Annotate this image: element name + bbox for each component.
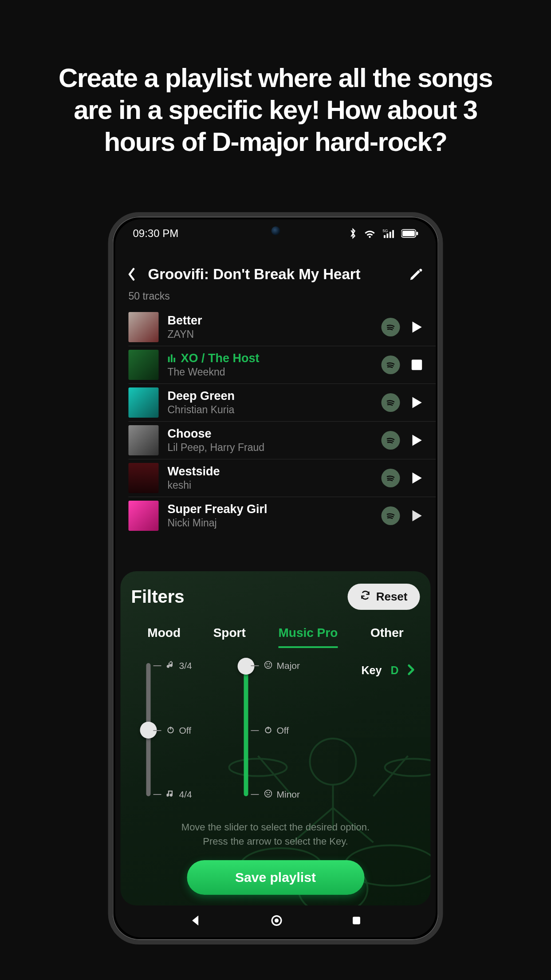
svg-point-21 (267, 664, 267, 664)
svg-rect-7 (417, 232, 418, 235)
smile-icon (264, 660, 272, 671)
tab-music-pro[interactable]: Music Pro (278, 626, 338, 648)
svg-rect-6 (402, 231, 415, 237)
track-title: XO / The Host (168, 352, 373, 365)
tick-label: Major (277, 660, 300, 671)
track-artist: The Weeknd (168, 366, 373, 378)
svg-rect-4 (392, 230, 394, 238)
track-title: Better (168, 314, 373, 328)
system-nav-bar (115, 910, 436, 931)
playlist-title: Groovifi: Don't Break My Heart (148, 266, 399, 283)
frown-icon (264, 789, 272, 800)
reset-label: Reset (376, 590, 408, 604)
nav-back-icon[interactable] (189, 914, 202, 927)
music-note-icon (167, 660, 175, 671)
refresh-icon (360, 590, 371, 604)
svg-point-25 (267, 792, 267, 793)
filter-tabs: Mood Sport Music Pro Other (131, 626, 420, 648)
nav-recents-icon[interactable] (351, 915, 362, 926)
track-row[interactable]: XO / The Host The Weeknd (129, 346, 436, 384)
spotify-icon[interactable] (382, 469, 400, 487)
album-art (129, 387, 159, 418)
tab-sport[interactable]: Sport (213, 626, 246, 648)
reset-button[interactable]: Reset (348, 584, 420, 610)
tab-other[interactable]: Other (370, 626, 404, 648)
wifi-icon (363, 228, 377, 239)
spotify-icon[interactable] (382, 506, 400, 525)
track-row[interactable]: Super Freaky Girl Nicki Minaj (129, 497, 436, 534)
svg-point-20 (265, 661, 272, 668)
track-row[interactable]: Deep Green Christian Kuria (129, 384, 436, 422)
track-title: Choose (168, 427, 373, 441)
spotify-icon[interactable] (382, 431, 400, 450)
track-row[interactable]: Choose Lil Peep, Harry Fraud (129, 422, 436, 459)
album-art (129, 501, 159, 531)
svg-rect-29 (353, 917, 360, 925)
track-artist: ZAYN (168, 328, 373, 340)
mode-slider[interactable]: Major Off Minor (236, 663, 340, 796)
track-title: Deep Green (168, 389, 373, 403)
track-row[interactable]: Better ZAYN (129, 308, 436, 346)
battery-icon (401, 229, 418, 238)
nav-home-icon[interactable] (271, 915, 282, 926)
tick-label: 4/4 (179, 789, 192, 800)
track-artist: Lil Peep, Harry Fraud (168, 442, 373, 454)
play-button[interactable] (409, 320, 425, 334)
spotify-icon[interactable] (382, 393, 400, 412)
svg-point-26 (269, 792, 270, 793)
tick-label: Off (179, 725, 192, 736)
back-button[interactable] (128, 265, 138, 283)
track-list: Better ZAYN XO / The Host The Weeknd (115, 308, 436, 534)
album-art (129, 425, 159, 455)
edit-button[interactable] (409, 267, 424, 282)
phone-frame: 09:30 PM 5G Groovifi: Don' (108, 212, 443, 944)
spotify-icon[interactable] (382, 356, 400, 374)
app-header: Groovifi: Don't Break My Heart (115, 244, 436, 288)
track-count: 50 tracks (115, 288, 436, 308)
svg-rect-11 (173, 358, 175, 362)
track-artist: Nicki Minaj (168, 517, 373, 529)
track-row[interactable]: Westside keshi (129, 459, 436, 497)
svg-rect-3 (390, 232, 391, 238)
filters-sheet: Filters Reset Mood Sport Music Pro Other (121, 571, 431, 905)
filters-hint: Move the slider to select the desired op… (131, 820, 420, 849)
power-icon (167, 725, 175, 736)
tab-mood[interactable]: Mood (147, 626, 181, 648)
svg-text:5G: 5G (383, 229, 388, 233)
track-title: Super Freaky Girl (168, 502, 373, 516)
time-signature-slider[interactable]: 3/4 Off 4/4 (134, 663, 236, 796)
track-title: Westside (168, 465, 373, 478)
play-button[interactable] (409, 509, 425, 522)
key-value: D (390, 664, 398, 677)
status-time: 09:30 PM (133, 227, 179, 240)
promo-heading: Create a playlist where all the songs ar… (54, 62, 497, 158)
chevron-right-icon (408, 664, 415, 676)
album-art (129, 463, 159, 493)
play-button[interactable] (409, 471, 425, 485)
save-playlist-button[interactable]: Save playlist (187, 860, 364, 895)
tick-label: Off (277, 725, 289, 736)
filters-title: Filters (131, 587, 185, 607)
play-button[interactable] (409, 396, 425, 409)
signal-icon: 5G (383, 228, 395, 239)
bluetooth-icon (349, 227, 357, 240)
play-button[interactable] (409, 434, 425, 447)
svg-point-24 (265, 790, 272, 797)
power-icon (264, 725, 272, 736)
key-selector[interactable]: Key D (340, 663, 417, 796)
camera-cutout (271, 226, 280, 235)
album-art (129, 350, 159, 380)
svg-rect-2 (386, 233, 388, 238)
screen: 09:30 PM 5G Groovifi: Don' (115, 219, 436, 937)
svg-rect-9 (168, 357, 170, 363)
svg-rect-10 (171, 355, 173, 363)
track-artist: keshi (168, 479, 373, 491)
svg-point-22 (269, 664, 270, 664)
spotify-icon[interactable] (382, 318, 400, 336)
svg-rect-12 (411, 360, 421, 370)
svg-point-28 (274, 918, 278, 922)
now-playing-bars-icon (168, 352, 177, 365)
svg-rect-1 (384, 235, 386, 238)
tick-label: Minor (277, 789, 300, 800)
stop-button[interactable] (409, 359, 425, 371)
